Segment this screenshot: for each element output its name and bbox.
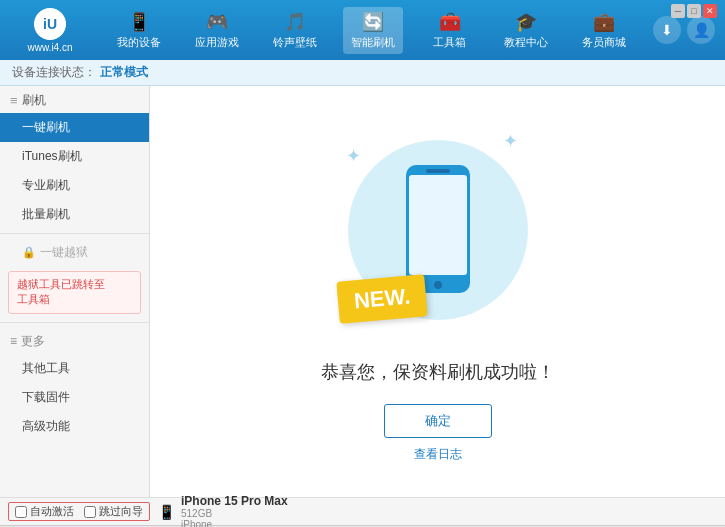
svg-point-3 [434, 281, 442, 289]
device-bar: 自动激活 跳过向导 📱 iPhone 15 Pro Max 512GB iPho… [0, 497, 725, 525]
smart-flash-icon: 🔄 [362, 11, 384, 33]
log-link[interactable]: 查看日志 [414, 446, 462, 463]
new-badge: NEW. [336, 274, 428, 324]
header: iU www.i4.cn 📱 我的设备 🎮 应用游戏 🎵 铃声壁纸 🔄 智能刷机 [0, 0, 725, 60]
sidebar-item-advanced[interactable]: 高级功能 [0, 412, 149, 441]
sidebar-item-itunes-flash[interactable]: iTunes刷机 [0, 142, 149, 171]
service-icon: 💼 [593, 11, 615, 33]
device-options-area: 自动激活 跳过向导 [8, 502, 150, 521]
nav-ringtones[interactable]: 🎵 铃声壁纸 [265, 7, 325, 54]
nav-smart-flash[interactable]: 🔄 智能刷机 [343, 7, 403, 54]
sidebar-jailbreak-section: 🔒 一键越狱 [0, 238, 149, 267]
main-container: ≡ 刷机 一键刷机 iTunes刷机 专业刷机 批量刷机 🔒 一键越狱 越狱工具 [0, 86, 725, 497]
sidebar-item-pro-flash[interactable]: 专业刷机 [0, 171, 149, 200]
sparkle-icon-2: ✦ [503, 130, 518, 152]
download-button[interactable]: ⬇ [653, 16, 681, 44]
toolbox-icon: 🧰 [439, 11, 461, 33]
device-details: iPhone 15 Pro Max 512GB iPhone [181, 494, 288, 528]
sidebar-item-one-key-flash[interactable]: 一键刷机 [0, 113, 149, 142]
auto-guide-checkbox[interactable] [84, 506, 96, 518]
window-controls: ─ □ ✕ [671, 4, 717, 18]
maximize-button[interactable]: □ [687, 4, 701, 18]
device-phone-icon: 📱 [158, 504, 175, 520]
nav-toolbox[interactable]: 🧰 工具箱 [422, 7, 478, 54]
user-button[interactable]: 👤 [687, 16, 715, 44]
confirm-button[interactable]: 确定 [384, 404, 492, 438]
sparkle-icon-1: ✦ [346, 145, 361, 167]
sidebar-item-batch-flash[interactable]: 批量刷机 [0, 200, 149, 229]
nav-apps-games[interactable]: 🎮 应用游戏 [187, 7, 247, 54]
logo-area: iU www.i4.cn [10, 8, 90, 53]
sidebar: ≡ 刷机 一键刷机 iTunes刷机 专业刷机 批量刷机 🔒 一键越狱 越狱工具 [0, 86, 150, 497]
svg-rect-1 [409, 175, 467, 275]
svg-rect-2 [426, 169, 450, 173]
sidebar-notice: 越狱工具已跳转至 工具箱 [8, 271, 141, 314]
sidebar-more-section: ≡ 更多 [0, 327, 149, 354]
device-storage: 512GB [181, 508, 288, 519]
nav-bar: 📱 我的设备 🎮 应用游戏 🎵 铃声壁纸 🔄 智能刷机 🧰 工具箱 🎓 [100, 7, 643, 54]
close-button[interactable]: ✕ [703, 4, 717, 18]
nav-my-device[interactable]: 📱 我的设备 [109, 7, 169, 54]
ringtones-icon: 🎵 [284, 11, 306, 33]
my-device-icon: 📱 [128, 11, 150, 33]
success-illustration: NEW. ✦ ✦ [338, 120, 538, 340]
auto-guide-option[interactable]: 跳过向导 [84, 504, 143, 519]
auto-activate-checkbox[interactable] [15, 506, 27, 518]
sidebar-flash-section: ≡ 刷机 [0, 86, 149, 113]
header-right-controls: ⬇ 👤 [653, 16, 715, 44]
minimize-button[interactable]: ─ [671, 4, 685, 18]
sidebar-item-other-tools[interactable]: 其他工具 [0, 354, 149, 383]
sidebar-item-download-firmware[interactable]: 下载固件 [0, 383, 149, 412]
flash-section-icon: ≡ [10, 93, 18, 108]
nav-service[interactable]: 💼 务员商城 [574, 7, 634, 54]
device-name: iPhone 15 Pro Max [181, 494, 288, 508]
auto-activate-option[interactable]: 自动激活 [15, 504, 74, 519]
status-bar: 设备连接状态： 正常模式 [0, 60, 725, 86]
nav-tutorial[interactable]: 🎓 教程中心 [496, 7, 556, 54]
apps-games-icon: 🎮 [206, 11, 228, 33]
device-type: iPhone [181, 519, 288, 528]
device-info: 📱 iPhone 15 Pro Max 512GB iPhone [158, 494, 288, 528]
logo-url: www.i4.cn [27, 42, 72, 53]
tutorial-icon: 🎓 [515, 11, 537, 33]
success-message: 恭喜您，保资料刷机成功啦！ [321, 360, 555, 384]
logo-icon: iU [34, 8, 66, 40]
content-area: NEW. ✦ ✦ 恭喜您，保资料刷机成功啦！ 确定 查看日志 [150, 86, 725, 497]
